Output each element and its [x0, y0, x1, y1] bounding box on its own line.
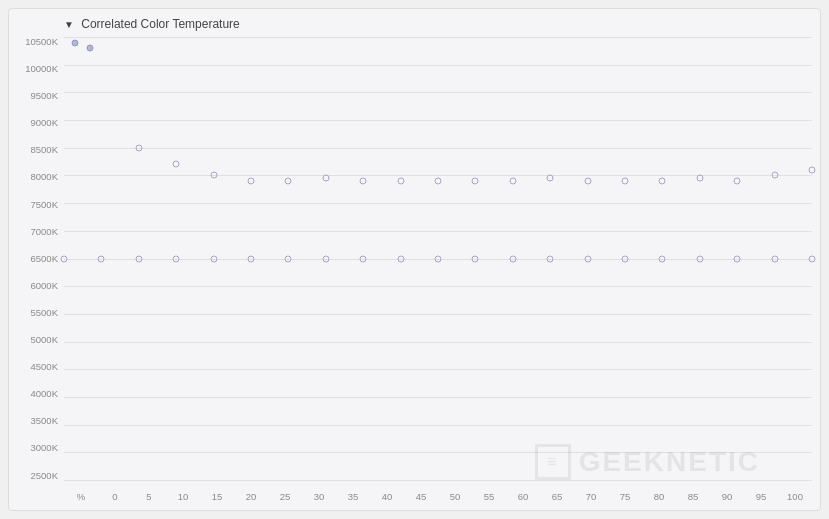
y-axis-label: 9500K — [12, 91, 62, 101]
data-point — [472, 177, 479, 184]
x-axis-label: 25 — [268, 491, 302, 502]
data-point — [771, 255, 778, 262]
data-point — [584, 255, 591, 262]
data-point — [435, 177, 442, 184]
data-point — [809, 166, 816, 173]
chart-area: 10500K10000K9500K9000K8500K8000K7500K700… — [64, 37, 812, 480]
data-point — [659, 255, 666, 262]
data-point — [771, 172, 778, 179]
y-axis: 10500K10000K9500K9000K8500K8000K7500K700… — [12, 37, 62, 480]
y-axis-label: 2500K — [12, 471, 62, 481]
data-point — [135, 144, 142, 151]
x-axis-label: % — [64, 491, 98, 502]
x-axis-label: 80 — [642, 491, 676, 502]
data-point — [696, 175, 703, 182]
data-point — [98, 255, 105, 262]
data-point — [285, 255, 292, 262]
y-axis-label: 8000K — [12, 172, 62, 182]
x-axis-label: 100 — [778, 491, 812, 502]
x-axis-label: 55 — [472, 491, 506, 502]
data-point — [397, 255, 404, 262]
data-point — [210, 172, 217, 179]
y-axis-label: 9000K — [12, 118, 62, 128]
data-point — [360, 177, 367, 184]
y-axis-label: 4500K — [12, 362, 62, 372]
data-point — [509, 255, 516, 262]
x-axis-label: 60 — [506, 491, 540, 502]
x-axis-label: 85 — [676, 491, 710, 502]
y-axis-label: 6500K — [12, 254, 62, 264]
grid-line — [64, 480, 812, 481]
data-point — [322, 255, 329, 262]
y-axis-label: 10000K — [12, 64, 62, 74]
data-point — [622, 255, 629, 262]
y-axis-label: 5500K — [12, 308, 62, 318]
data-point — [622, 177, 629, 184]
data-point — [72, 39, 79, 46]
data-point — [659, 177, 666, 184]
x-axis-label: 35 — [336, 491, 370, 502]
y-axis-label: 4000K — [12, 389, 62, 399]
data-point — [173, 161, 180, 168]
data-point — [472, 255, 479, 262]
x-axis-label: 95 — [744, 491, 778, 502]
y-axis-label: 10500K — [12, 37, 62, 47]
y-axis-label: 7500K — [12, 200, 62, 210]
data-point — [61, 255, 68, 262]
chart-container: ▼ Correlated Color Temperature 10500K100… — [8, 8, 821, 511]
data-point — [734, 255, 741, 262]
data-point — [547, 255, 554, 262]
data-point — [135, 255, 142, 262]
y-axis-label: 8500K — [12, 145, 62, 155]
x-axis: %051015202530354045505560657075808590951… — [64, 491, 812, 502]
x-axis-label: 90 — [710, 491, 744, 502]
data-point — [809, 255, 816, 262]
y-axis-label: 5000K — [12, 335, 62, 345]
data-point — [435, 255, 442, 262]
data-point — [285, 177, 292, 184]
data-point — [360, 255, 367, 262]
x-axis-label: 15 — [200, 491, 234, 502]
plot-area — [64, 37, 812, 480]
x-axis-label: 75 — [608, 491, 642, 502]
chart-title-text: Correlated Color Temperature — [81, 17, 240, 31]
x-axis-label: 40 — [370, 491, 404, 502]
collapse-icon[interactable]: ▼ — [64, 19, 74, 30]
y-axis-label: 3500K — [12, 416, 62, 426]
data-point — [734, 177, 741, 184]
x-axis-label: 45 — [404, 491, 438, 502]
y-axis-label: 6000K — [12, 281, 62, 291]
data-point — [696, 255, 703, 262]
data-point — [248, 255, 255, 262]
data-point — [584, 177, 591, 184]
y-axis-label: 3000K — [12, 443, 62, 453]
data-point — [397, 177, 404, 184]
data-point — [509, 177, 516, 184]
x-axis-label: 0 — [98, 491, 132, 502]
x-axis-label: 20 — [234, 491, 268, 502]
data-point — [547, 175, 554, 182]
data-point — [322, 175, 329, 182]
chart-title: ▼ Correlated Color Temperature — [64, 17, 812, 31]
data-point — [173, 255, 180, 262]
x-axis-label: 70 — [574, 491, 608, 502]
y-axis-label: 7000K — [12, 227, 62, 237]
x-axis-label: 5 — [132, 491, 166, 502]
data-point — [210, 255, 217, 262]
data-point — [248, 177, 255, 184]
x-axis-label: 30 — [302, 491, 336, 502]
x-axis-label: 50 — [438, 491, 472, 502]
x-axis-label: 10 — [166, 491, 200, 502]
x-axis-label: 65 — [540, 491, 574, 502]
data-point — [87, 45, 94, 52]
